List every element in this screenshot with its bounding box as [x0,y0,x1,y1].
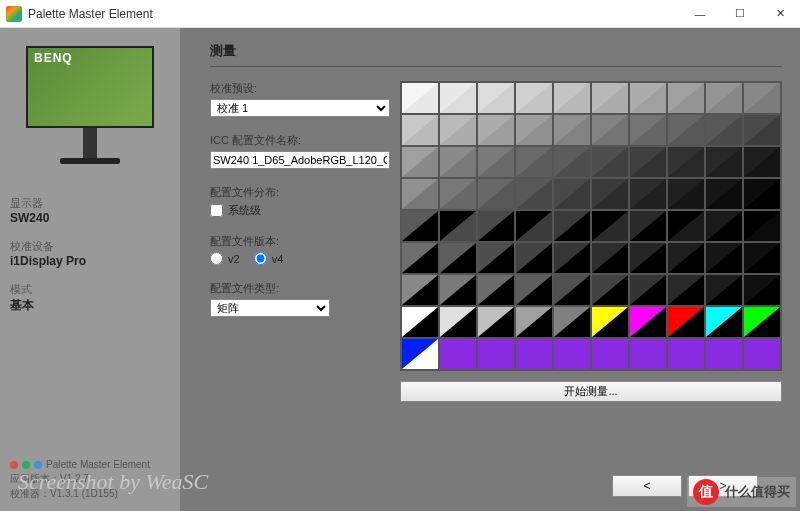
color-patch [591,82,629,114]
color-patch [477,242,515,274]
color-patch [629,274,667,306]
color-patch [439,114,477,146]
color-patch [667,114,705,146]
color-patch [743,114,781,146]
color-patch [401,306,439,338]
color-patch [705,274,743,306]
mode-label: 模式 [10,282,170,297]
start-measurement-button[interactable]: 开始测量... [400,381,782,402]
color-patch [591,210,629,242]
color-patch [629,82,667,114]
footer-calibrator: V1.3.1 (1D155) [50,488,118,499]
back-button[interactable]: < [612,475,682,497]
color-patch [439,178,477,210]
system-level-label: 系统级 [228,203,261,218]
color-patch [705,338,743,370]
color-patch [515,114,553,146]
v4-radio[interactable] [254,252,267,265]
color-patch [667,306,705,338]
color-patch [401,114,439,146]
color-patch-grid [400,81,782,371]
window-title: Palette Master Element [28,7,680,21]
color-patch [629,146,667,178]
color-patch [515,242,553,274]
page-title: 测量 [210,42,782,67]
color-patch [401,82,439,114]
color-patch [705,306,743,338]
color-patch [591,242,629,274]
color-patch [743,306,781,338]
color-patch [439,274,477,306]
sidebar: BENQ 显示器 SW240 校准设备 i1Display Pro 模式 基本 … [0,28,180,511]
color-patch [439,338,477,370]
color-patch [515,338,553,370]
smzdm-text: 什么值得买 [725,483,790,501]
icc-label: ICC 配置文件名称: [210,133,400,148]
color-patch [515,306,553,338]
color-patch [667,146,705,178]
color-patch [401,210,439,242]
footer-version: V1.2.7 [60,473,89,484]
color-patch [629,306,667,338]
color-patch [743,82,781,114]
monitor-value: SW240 [10,211,170,225]
color-patch [553,242,591,274]
system-level-checkbox[interactable] [210,204,223,217]
color-patch [705,242,743,274]
color-patch [629,114,667,146]
color-patch [667,210,705,242]
color-patch [477,274,515,306]
maximize-button[interactable]: ☐ [720,0,760,28]
color-patch [705,114,743,146]
color-patch [439,210,477,242]
color-patch [667,178,705,210]
app-icon [6,6,22,22]
color-patch [477,178,515,210]
device-label: 校准设备 [10,239,170,254]
color-patch [591,146,629,178]
close-button[interactable]: ✕ [760,0,800,28]
minimize-button[interactable]: — [680,0,720,28]
brand-logo: BENQ [34,51,73,65]
color-patch [591,306,629,338]
color-patch [439,146,477,178]
color-patch [667,242,705,274]
color-patch [553,306,591,338]
color-patch [401,178,439,210]
color-patch [629,242,667,274]
monitor-image: BENQ [20,46,160,166]
color-patch [743,338,781,370]
footer-app-name: Palette Master Element [46,459,150,470]
color-patch [477,82,515,114]
v2-radio[interactable] [210,252,223,265]
color-patch [667,338,705,370]
icc-filename-input[interactable] [210,151,390,169]
color-patch [477,306,515,338]
color-patch [515,82,553,114]
color-patch [705,178,743,210]
color-patch [591,178,629,210]
profile-type-label: 配置文件类型: [210,281,400,296]
profile-type-select[interactable]: 矩阵 [210,299,330,317]
color-patch [401,338,439,370]
color-patch [477,338,515,370]
color-patch [439,306,477,338]
color-patch [439,242,477,274]
color-patch [705,146,743,178]
color-patch [591,114,629,146]
color-patch [667,274,705,306]
color-patch [553,82,591,114]
color-patch [553,210,591,242]
color-patch [743,178,781,210]
device-value: i1Display Pro [10,254,170,268]
preset-select[interactable]: 校准 1 [210,99,390,117]
color-patch [553,178,591,210]
color-patch [553,274,591,306]
color-patch [629,338,667,370]
color-patch [477,146,515,178]
color-patch [553,146,591,178]
color-patch [705,82,743,114]
main-panel: 测量 校准预设: 校准 1 ICC 配置文件名称: 配置文件分布: 系统级 [180,28,800,511]
sidebar-footer: Palette Master Element 应用版本：V1.2.7 校准器：V… [10,458,170,502]
color-patch [401,146,439,178]
